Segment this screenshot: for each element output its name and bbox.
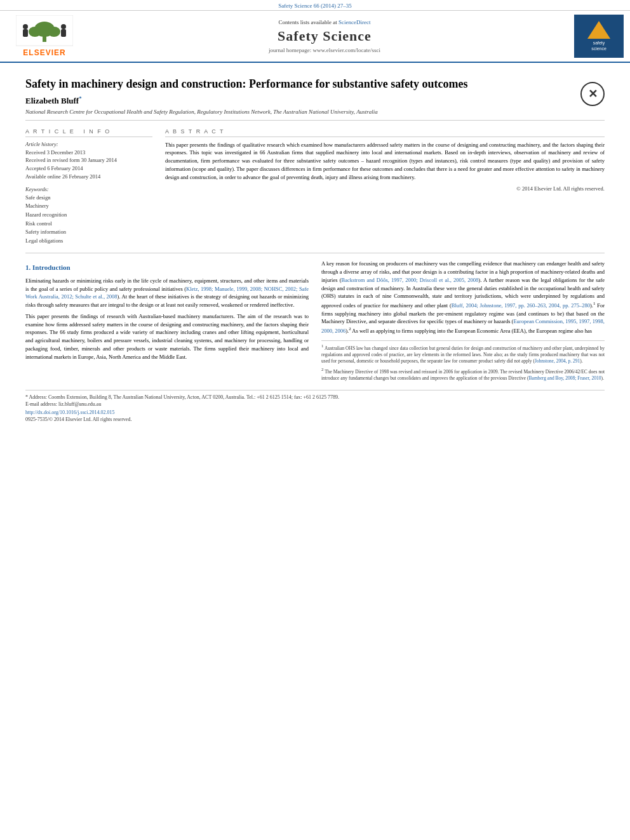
copyright-line: © 2014 Elsevier Ltd. All rights reserved…	[165, 185, 605, 193]
journal-header: ELSEVIER Contents lists available at Sci…	[0, 11, 630, 63]
article-title-section: Safety in machinery design and construct…	[25, 69, 605, 121]
safety-science-badge-area: safetyscience	[560, 15, 624, 58]
page-footer: * Address: Coombs Extension, Building 8,…	[25, 390, 605, 422]
article-info-label: A R T I C L E I N F O	[25, 128, 152, 137]
svg-point-3	[29, 27, 41, 37]
footnote-2: 2 The Machinery Directive of 1998 was re…	[321, 367, 605, 382]
article-title: Safety in machinery design and construct…	[25, 77, 574, 91]
body-right-column: A key reason for focusing on producers o…	[321, 260, 605, 383]
crossmark-logo: ✕	[580, 82, 605, 106]
author-address: * Address: Coombs Extension, Building 8,…	[25, 394, 605, 400]
received-date: Received 3 December 2013	[25, 149, 152, 157]
journal-title-area: Contents lists available at ScienceDirec…	[89, 19, 560, 53]
keyword-6: Legal obligations	[25, 237, 152, 246]
ref-kletz[interactable]: Kletz, 1998; Manuele, 1999, 2008; NOHSC,…	[25, 286, 309, 300]
available-online-date: Available online 26 February 2014	[25, 173, 152, 181]
doi-link[interactable]: http://dx.doi.org/10.1016/j.ssci.2014.02…	[25, 410, 115, 415]
footnotes-area: 1 Australian OHS law has changed since d…	[321, 340, 605, 382]
accepted-date: Accepted 6 February 2014	[25, 164, 152, 173]
keyword-3: Hazard recognition	[25, 211, 152, 220]
svg-point-5	[23, 24, 28, 29]
abstract-column: A B S T R A C T This paper presents the …	[165, 128, 605, 246]
author-name: Elizabeth Bluff*	[25, 95, 574, 106]
author-text: Elizabeth Bluff	[25, 97, 79, 106]
article-title-text: Safety in machinery design and construct…	[25, 77, 574, 115]
elsevier-tree-svg	[16, 15, 73, 47]
elsevier-wordmark: ELSEVIER	[23, 48, 65, 57]
body-section-1: 1. Introduction Eliminating hazards or m…	[25, 260, 605, 383]
sciencedirect-link[interactable]: ScienceDirect	[338, 19, 370, 25]
journal-title: Safety Science	[89, 28, 560, 44]
ref-bluff[interactable]: Bluff, 2004; Johnstone, 1997, pp. 260–26…	[452, 302, 590, 309]
journal-homepage: journal homepage: www.elsevier.com/locat…	[89, 47, 560, 53]
ref-european-commission[interactable]: European Commission, 1995, 1997, 1998, 2…	[321, 318, 605, 334]
keywords-label: Keywords:	[25, 186, 152, 192]
keyword-5: Safety information	[25, 228, 152, 237]
article-history-block: Article history: Received 3 December 201…	[25, 141, 152, 181]
author-email: E-mail address: liz.bluff@anu.edu.au	[25, 401, 605, 407]
address-text: Coombs Extension, Building 8, The Austra…	[48, 394, 339, 400]
abstract-paragraph: This paper presents the findings of qual…	[165, 141, 605, 182]
section-1-heading: 1. Introduction	[25, 262, 309, 273]
ref-bamberg-fn2[interactable]: Bamberg and Boy, 2008; Fraser, 2010	[529, 375, 601, 381]
keyword-1: Safe design	[25, 194, 152, 203]
issn-line: 0925-7535/© 2014 Elsevier Ltd. All right…	[25, 417, 605, 422]
ref-backstrom[interactable]: Backstrom and Dôôs, 1997, 2000; Driscoll…	[341, 277, 478, 283]
intro-paragraph-2: This paper presents the findings of rese…	[25, 312, 309, 361]
article-history-label: Article history:	[25, 141, 152, 147]
email-label: E-mail address:	[25, 401, 57, 407]
contents-text: Contents lists available at	[279, 19, 337, 25]
article-info-abstract-section: A R T I C L E I N F O Article history: R…	[25, 128, 605, 254]
intro-paragraph-1: Eliminating hazards or minimizing risks …	[25, 277, 309, 309]
badge-label: safetyscience	[591, 41, 607, 51]
right-paragraph-1: A key reason for focusing on producers o…	[321, 260, 605, 335]
ref-johnstone-fn1[interactable]: Johnstone, 2004, p. 291	[535, 358, 580, 364]
svg-point-4	[48, 27, 60, 37]
address-label: * Address:	[25, 394, 47, 400]
main-content: Safety in machinery design and construct…	[0, 63, 630, 429]
doi-line: http://dx.doi.org/10.1016/j.ssci.2014.02…	[25, 410, 605, 415]
safety-science-badge: safetyscience	[574, 15, 624, 58]
article-info-column: A R T I C L E I N F O Article history: R…	[25, 128, 152, 246]
journal-reference: Safety Science 66 (2014) 27–35	[278, 3, 351, 9]
email-link[interactable]: liz.bluff@anu.edu.au	[58, 401, 101, 407]
author-sup: *	[79, 95, 82, 102]
author-affiliation: National Research Centre for Occupationa…	[25, 109, 574, 115]
abstract-text: This paper presents the findings of qual…	[165, 141, 605, 194]
elsevier-logo: ELSEVIER	[6, 15, 83, 57]
svg-point-7	[61, 24, 66, 29]
keyword-2: Machinery	[25, 202, 152, 211]
contents-available-line: Contents lists available at ScienceDirec…	[89, 19, 560, 25]
footnote-1: 1 Australian OHS law has changed since d…	[321, 343, 605, 365]
badge-triangle	[587, 21, 610, 39]
received-revised-date: Received in revised form 30 January 2014	[25, 156, 152, 164]
journal-reference-bar: Safety Science 66 (2014) 27–35	[0, 0, 630, 11]
svg-rect-8	[61, 29, 66, 37]
elsevier-logo-area: ELSEVIER	[6, 15, 89, 57]
keywords-block: Keywords: Safe design Machinery Hazard r…	[25, 186, 152, 246]
svg-rect-6	[23, 29, 28, 37]
abstract-label: A B S T R A C T	[165, 128, 605, 137]
body-left-column: 1. Introduction Eliminating hazards or m…	[25, 260, 309, 383]
keyword-4: Risk control	[25, 220, 152, 229]
